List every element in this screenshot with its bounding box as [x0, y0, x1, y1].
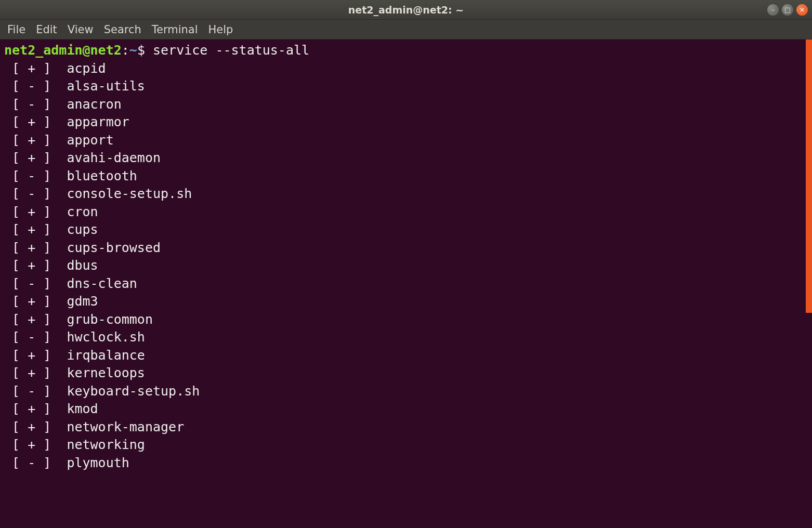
service-line: [ + ] cron: [4, 203, 808, 221]
menu-view[interactable]: View: [68, 23, 94, 36]
menu-edit[interactable]: Edit: [36, 23, 57, 36]
service-line: [ - ] bluetooth: [4, 167, 808, 186]
service-line: [ + ] networking: [4, 436, 808, 454]
maximize-button[interactable]: □: [782, 4, 793, 16]
window-title: net2_admin@net2: ~: [348, 4, 464, 16]
service-line: [ + ] avahi-daemon: [4, 149, 808, 167]
services-output: [ + ] acpid [ - ] alsa-utils [ - ] anacr…: [4, 60, 808, 472]
terminal-window: net2_admin@net2: ~ – □ × File Edit View …: [0, 0, 812, 528]
service-line: [ - ] dns-clean: [4, 275, 808, 293]
menu-help[interactable]: Help: [208, 23, 233, 36]
window-controls: – □ ×: [767, 4, 808, 16]
close-button[interactable]: ×: [796, 4, 808, 16]
service-line: [ + ] cups-browsed: [4, 239, 808, 257]
service-line: [ - ] keyboard-setup.sh: [4, 382, 808, 401]
service-line: [ + ] apport: [4, 131, 808, 150]
service-line: [ + ] gdm3: [4, 293, 808, 311]
menu-search[interactable]: Search: [104, 23, 141, 36]
service-line: [ + ] apparmor: [4, 113, 808, 131]
menubar: File Edit View Search Terminal Help: [0, 20, 812, 39]
service-line: [ + ] kerneloops: [4, 364, 808, 382]
service-line: [ + ] irqbalance: [4, 347, 808, 365]
prompt-path: ~: [129, 43, 137, 58]
close-icon: ×: [800, 6, 805, 14]
prompt-user-host: net2_admin@net2: [4, 43, 122, 58]
service-line: [ - ] alsa-utils: [4, 77, 808, 96]
prompt-line: net2_admin@net2:~$ service --status-all: [4, 42, 808, 60]
service-line: [ + ] grub-common: [4, 311, 808, 329]
service-line: [ + ] network-manager: [4, 418, 808, 437]
service-line: [ - ] anacron: [4, 96, 808, 114]
service-line: [ - ] hwclock.sh: [4, 328, 808, 347]
minimize-icon: –: [771, 6, 775, 14]
service-line: [ + ] kmod: [4, 400, 808, 418]
minimize-button[interactable]: –: [767, 4, 779, 16]
command-text: service --status-all: [153, 43, 309, 58]
maximize-icon: □: [784, 6, 791, 14]
service-line: [ + ] dbus: [4, 257, 808, 275]
service-line: [ + ] cups: [4, 221, 808, 239]
terminal-body[interactable]: net2_admin@net2:~$ service --status-all …: [0, 39, 812, 528]
service-line: [ - ] plymouth: [4, 454, 808, 472]
service-line: [ + ] acpid: [4, 60, 808, 78]
service-line: [ - ] console-setup.sh: [4, 185, 808, 203]
prompt-symbol: $: [137, 43, 153, 58]
menu-file[interactable]: File: [7, 23, 25, 36]
scrollbar[interactable]: [806, 39, 812, 313]
titlebar: net2_admin@net2: ~ – □ ×: [0, 0, 812, 20]
prompt-separator: :: [122, 43, 129, 58]
menu-terminal[interactable]: Terminal: [152, 23, 198, 36]
